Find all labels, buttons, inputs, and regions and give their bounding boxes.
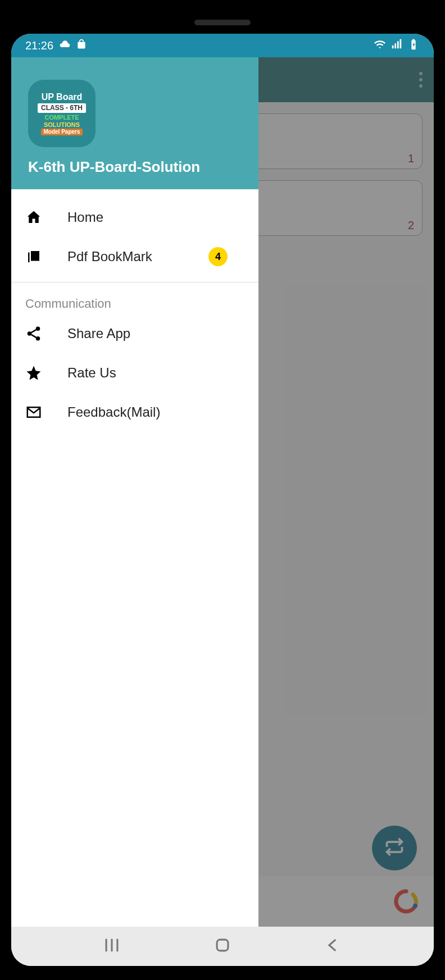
battery-icon [407, 38, 420, 53]
divider [11, 282, 258, 282]
system-nav-bar [11, 927, 434, 966]
recents-button[interactable] [102, 936, 121, 957]
status-left: 21:26 [25, 39, 87, 53]
device-frame: 21:26 [0, 0, 445, 980]
drawer-header: UP Board CLASS - 6TH COMPLETE SOLUTIONS … [11, 57, 258, 189]
bookmark-badge: 4 [208, 247, 228, 266]
back-button[interactable] [324, 936, 343, 957]
status-right [374, 38, 420, 53]
signal-icon [390, 38, 403, 53]
drawer-section-label: Communication [11, 288, 258, 314]
drawer-item-home[interactable]: Home [11, 198, 258, 237]
svg-point-3 [28, 331, 32, 336]
drawer-item-label: Home [67, 209, 103, 225]
svg-point-4 [36, 336, 40, 341]
navigation-drawer: UP Board CLASS - 6TH COMPLETE SOLUTIONS … [11, 57, 258, 927]
cloud-icon [59, 39, 70, 53]
svg-point-2 [36, 327, 40, 331]
drawer-item-label: Share App [67, 326, 130, 341]
star-icon [25, 364, 42, 381]
app-logo: UP Board CLASS - 6TH COMPLETE SOLUTIONS … [28, 80, 96, 147]
drawer-item-bookmark[interactable]: Pdf BookMark 4 [11, 237, 258, 276]
bag-icon [76, 39, 87, 53]
share-icon [25, 325, 42, 342]
screen: 21:26 [11, 34, 434, 966]
drawer-item-rate[interactable]: Rate Us [11, 353, 258, 393]
mail-icon [25, 404, 42, 421]
drawer-list: Home Pdf BookMark 4 Communication Share … [11, 189, 258, 440]
drawer-item-share[interactable]: Share App [11, 314, 258, 353]
drawer-item-label: Feedback(Mail) [67, 404, 160, 420]
wifi-icon [374, 38, 386, 53]
drawer-item-label: Rate Us [67, 365, 116, 381]
drawer-item-label: Pdf BookMark [67, 249, 152, 265]
status-bar: 21:26 [11, 34, 434, 57]
status-time: 21:26 [25, 39, 53, 52]
drawer-title: K-6th UP-Board-Solution [28, 158, 242, 176]
home-button[interactable] [213, 936, 232, 957]
drawer-item-feedback[interactable]: Feedback(Mail) [11, 393, 258, 432]
bookmark-icon [25, 248, 42, 265]
svg-rect-1 [217, 940, 228, 951]
home-icon [25, 209, 42, 226]
